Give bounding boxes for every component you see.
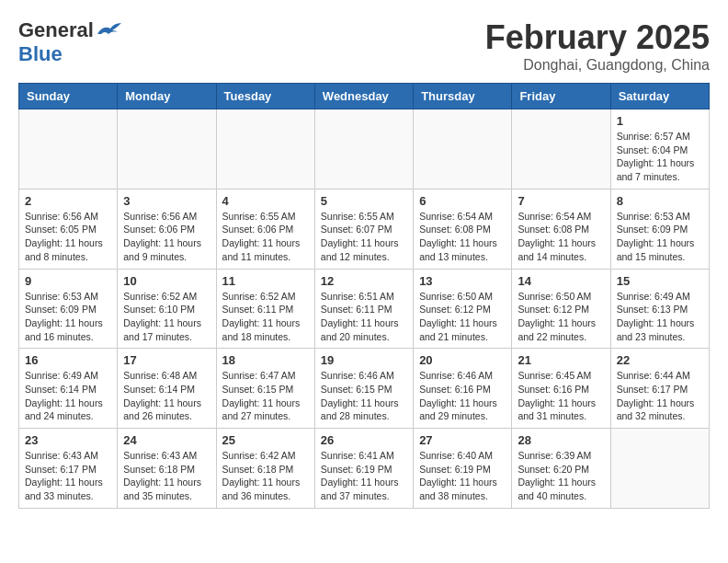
day-info: Sunrise: 6:54 AM Sunset: 6:08 PM Dayligh… — [419, 210, 506, 264]
calendar-cell: 3Sunrise: 6:56 AM Sunset: 6:06 PM Daylig… — [118, 189, 216, 269]
day-info: Sunrise: 6:49 AM Sunset: 6:14 PM Dayligh… — [25, 369, 111, 423]
day-number: 28 — [518, 433, 604, 447]
day-number: 1 — [617, 114, 703, 128]
calendar-cell: 21Sunrise: 6:45 AM Sunset: 6:16 PM Dayli… — [512, 349, 610, 429]
weekday-header-wednesday: Wednesday — [314, 84, 413, 109]
calendar-cell: 4Sunrise: 6:55 AM Sunset: 6:06 PM Daylig… — [216, 189, 314, 269]
day-info: Sunrise: 6:48 AM Sunset: 6:14 PM Dayligh… — [123, 369, 210, 423]
day-info: Sunrise: 6:43 AM Sunset: 6:18 PM Dayligh… — [123, 449, 210, 503]
day-number: 27 — [419, 433, 506, 447]
calendar-cell — [19, 109, 118, 190]
day-info: Sunrise: 6:56 AM Sunset: 6:06 PM Dayligh… — [123, 210, 210, 264]
day-number: 21 — [518, 353, 604, 367]
day-info: Sunrise: 6:50 AM Sunset: 6:12 PM Dayligh… — [518, 290, 604, 344]
calendar-cell: 18Sunrise: 6:47 AM Sunset: 6:15 PM Dayli… — [216, 349, 314, 429]
day-info: Sunrise: 6:39 AM Sunset: 6:20 PM Dayligh… — [518, 449, 604, 503]
day-number: 22 — [617, 353, 703, 367]
calendar-cell: 14Sunrise: 6:50 AM Sunset: 6:12 PM Dayli… — [512, 269, 610, 349]
calendar-cell: 15Sunrise: 6:49 AM Sunset: 6:13 PM Dayli… — [610, 269, 709, 349]
calendar-header: SundayMondayTuesdayWednesdayThursdayFrid… — [19, 84, 710, 109]
day-number: 9 — [25, 274, 111, 288]
day-number: 20 — [419, 353, 506, 367]
day-info: Sunrise: 6:45 AM Sunset: 6:16 PM Dayligh… — [518, 369, 604, 423]
day-number: 18 — [222, 353, 309, 367]
day-info: Sunrise: 6:47 AM Sunset: 6:15 PM Dayligh… — [222, 369, 309, 423]
weekday-header-thursday: Thursday — [414, 84, 512, 109]
calendar-cell: 22Sunrise: 6:44 AM Sunset: 6:17 PM Dayli… — [610, 349, 709, 429]
day-number: 12 — [321, 274, 407, 288]
day-number: 6 — [419, 194, 506, 208]
calendar-cell: 2Sunrise: 6:56 AM Sunset: 6:05 PM Daylig… — [19, 189, 118, 269]
calendar-cell: 27Sunrise: 6:40 AM Sunset: 6:19 PM Dayli… — [414, 429, 512, 509]
day-info: Sunrise: 6:50 AM Sunset: 6:12 PM Dayligh… — [419, 290, 506, 344]
day-info: Sunrise: 6:53 AM Sunset: 6:09 PM Dayligh… — [617, 210, 703, 264]
day-number: 4 — [222, 194, 309, 208]
day-number: 19 — [321, 353, 407, 367]
day-number: 13 — [419, 274, 506, 288]
day-info: Sunrise: 6:52 AM Sunset: 6:10 PM Dayligh… — [123, 290, 210, 344]
day-info: Sunrise: 6:57 AM Sunset: 6:04 PM Dayligh… — [617, 130, 703, 184]
calendar-cell: 7Sunrise: 6:54 AM Sunset: 6:08 PM Daylig… — [512, 189, 610, 269]
calendar-cell — [118, 109, 216, 190]
calendar-body: 1Sunrise: 6:57 AM Sunset: 6:04 PM Daylig… — [19, 109, 710, 509]
month-title: February 2025 — [485, 18, 710, 57]
calendar-cell: 20Sunrise: 6:46 AM Sunset: 6:16 PM Dayli… — [414, 349, 512, 429]
day-info: Sunrise: 6:42 AM Sunset: 6:18 PM Dayligh… — [222, 449, 309, 503]
page-header: General Blue February 2025 Donghai, Guan… — [18, 18, 710, 74]
day-info: Sunrise: 6:56 AM Sunset: 6:05 PM Dayligh… — [25, 210, 111, 264]
logo: General Blue — [18, 18, 121, 66]
calendar-week-row: 16Sunrise: 6:49 AM Sunset: 6:14 PM Dayli… — [19, 349, 710, 429]
weekday-header-monday: Monday — [118, 84, 216, 109]
day-number: 5 — [321, 194, 407, 208]
calendar-cell: 10Sunrise: 6:52 AM Sunset: 6:10 PM Dayli… — [118, 269, 216, 349]
calendar-cell: 16Sunrise: 6:49 AM Sunset: 6:14 PM Dayli… — [19, 349, 118, 429]
logo-bird-icon — [96, 21, 121, 40]
day-number: 16 — [25, 353, 111, 367]
calendar-cell: 5Sunrise: 6:55 AM Sunset: 6:07 PM Daylig… — [314, 189, 413, 269]
day-number: 11 — [222, 274, 309, 288]
calendar-cell: 23Sunrise: 6:43 AM Sunset: 6:17 PM Dayli… — [19, 429, 118, 509]
weekday-header-saturday: Saturday — [610, 84, 709, 109]
calendar-cell — [414, 109, 512, 190]
weekday-header-friday: Friday — [512, 84, 610, 109]
day-info: Sunrise: 6:49 AM Sunset: 6:13 PM Dayligh… — [617, 290, 703, 344]
calendar-cell: 11Sunrise: 6:52 AM Sunset: 6:11 PM Dayli… — [216, 269, 314, 349]
calendar-cell — [216, 109, 314, 190]
calendar-table: SundayMondayTuesdayWednesdayThursdayFrid… — [18, 83, 710, 509]
calendar-cell: 12Sunrise: 6:51 AM Sunset: 6:11 PM Dayli… — [314, 269, 413, 349]
calendar-cell — [610, 429, 709, 509]
calendar-cell: 13Sunrise: 6:50 AM Sunset: 6:12 PM Dayli… — [414, 269, 512, 349]
calendar-week-row: 9Sunrise: 6:53 AM Sunset: 6:09 PM Daylig… — [19, 269, 710, 349]
day-number: 14 — [518, 274, 604, 288]
day-info: Sunrise: 6:54 AM Sunset: 6:08 PM Dayligh… — [518, 210, 604, 264]
calendar-cell — [512, 109, 610, 190]
day-number: 24 — [123, 433, 210, 447]
calendar-week-row: 1Sunrise: 6:57 AM Sunset: 6:04 PM Daylig… — [19, 109, 710, 190]
calendar-cell: 17Sunrise: 6:48 AM Sunset: 6:14 PM Dayli… — [118, 349, 216, 429]
day-number: 7 — [518, 194, 604, 208]
calendar-cell: 6Sunrise: 6:54 AM Sunset: 6:08 PM Daylig… — [414, 189, 512, 269]
calendar-cell: 19Sunrise: 6:46 AM Sunset: 6:15 PM Dayli… — [314, 349, 413, 429]
calendar-cell: 1Sunrise: 6:57 AM Sunset: 6:04 PM Daylig… — [610, 109, 709, 190]
day-info: Sunrise: 6:53 AM Sunset: 6:09 PM Dayligh… — [25, 290, 111, 344]
calendar-week-row: 2Sunrise: 6:56 AM Sunset: 6:05 PM Daylig… — [19, 189, 710, 269]
day-info: Sunrise: 6:46 AM Sunset: 6:15 PM Dayligh… — [321, 369, 407, 423]
calendar-cell: 28Sunrise: 6:39 AM Sunset: 6:20 PM Dayli… — [512, 429, 610, 509]
day-number: 17 — [123, 353, 210, 367]
day-info: Sunrise: 6:44 AM Sunset: 6:17 PM Dayligh… — [617, 369, 703, 423]
title-block: February 2025 Donghai, Guangdong, China — [485, 18, 710, 74]
day-number: 25 — [222, 433, 309, 447]
calendar-week-row: 23Sunrise: 6:43 AM Sunset: 6:17 PM Dayli… — [19, 429, 710, 509]
calendar-cell: 8Sunrise: 6:53 AM Sunset: 6:09 PM Daylig… — [610, 189, 709, 269]
day-info: Sunrise: 6:55 AM Sunset: 6:06 PM Dayligh… — [222, 210, 309, 264]
weekday-header-sunday: Sunday — [19, 84, 118, 109]
calendar-cell — [314, 109, 413, 190]
weekday-header-row: SundayMondayTuesdayWednesdayThursdayFrid… — [19, 84, 710, 109]
day-info: Sunrise: 6:55 AM Sunset: 6:07 PM Dayligh… — [321, 210, 407, 264]
day-info: Sunrise: 6:41 AM Sunset: 6:19 PM Dayligh… — [321, 449, 407, 503]
day-info: Sunrise: 6:51 AM Sunset: 6:11 PM Dayligh… — [321, 290, 407, 344]
day-info: Sunrise: 6:43 AM Sunset: 6:17 PM Dayligh… — [25, 449, 111, 503]
logo-general-text: General — [18, 18, 94, 42]
calendar-cell: 25Sunrise: 6:42 AM Sunset: 6:18 PM Dayli… — [216, 429, 314, 509]
day-number: 23 — [25, 433, 111, 447]
